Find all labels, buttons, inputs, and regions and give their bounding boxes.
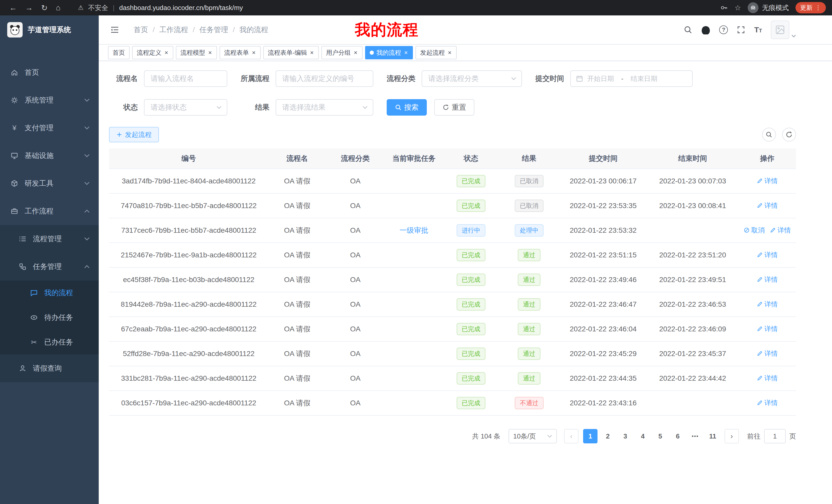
detail-link[interactable]: 详情 [757,374,778,383]
detail-link[interactable]: 详情 [757,275,778,284]
tab[interactable]: 我的流程 × [365,46,413,59]
tab-close-icon[interactable]: × [447,49,452,56]
sidebar-toggle-icon[interactable] [107,22,122,37]
row-category: OA [326,325,385,333]
tab-close-icon[interactable]: × [353,49,358,56]
eye-icon [30,313,38,321]
row-category: OA [326,374,385,383]
row-id: 331bc281-7b9a-11ec-a290-acde48001122 [109,374,268,383]
detail-link[interactable]: 详情 [757,349,778,358]
browser-back-icon[interactable]: ← [9,3,17,12]
address-bar[interactable]: ⚠ 不安全 | dashboard.yudao.iocoder.cn/bpm/t… [78,3,720,12]
status-select[interactable]: 请选择状态 [144,99,227,116]
tab[interactable]: 首页 [108,46,130,59]
chevron-down-icon [84,237,89,241]
row-actions: 详情 [738,275,796,285]
page-number-button[interactable]: 1 [583,429,598,443]
help-icon[interactable]: ? [719,25,728,34]
page-number-button[interactable]: 5 [653,429,668,443]
goto-page-input[interactable] [764,429,786,443]
font-size-icon[interactable]: TT [754,25,762,34]
sidebar-item-home[interactable]: 首页 [0,59,99,86]
sidebar-item-workflow[interactable]: 工作流程 [0,197,99,225]
page-number-button[interactable]: 2 [601,429,615,443]
category-select[interactable]: 请选择流程分类 [422,71,522,87]
tab-close-icon[interactable]: × [404,49,408,56]
sidebar-item-infrastructure[interactable]: 基础设施 [0,142,99,170]
chevron-down-icon[interactable] [791,34,796,39]
toggle-search-icon[interactable] [762,128,776,142]
sidebar-item-leave-query[interactable]: 请假查询 [0,355,99,382]
tab[interactable]: 流程表单 × [219,46,261,59]
page-number-button[interactable]: ••• [688,429,702,443]
update-button[interactable]: 更新 ⋮ [796,2,826,13]
edit-icon [757,276,763,283]
search-button[interactable]: 搜索 [387,99,427,116]
tab[interactable]: 发起流程 × [415,46,457,59]
incognito-label: 无痕模式 [762,3,789,12]
row-submit-time: 2022-01-22 23:46:04 [560,325,647,333]
sidebar-item-my-process[interactable]: 我的流程 [0,281,99,305]
tab[interactable]: 用户分组 × [321,46,363,59]
sidebar-item-process-management[interactable]: 流程管理 [0,225,99,253]
prev-page-button[interactable]: ‹ [564,429,578,443]
fullscreen-icon[interactable] [737,25,745,34]
bookmark-star-icon[interactable]: ☆ [734,4,741,12]
tab[interactable]: 流程定义 × [132,46,173,59]
detail-link[interactable]: 详情 [757,325,778,333]
breadcrumb-workflow[interactable]: 工作流程 [159,25,188,35]
tab-label: 用户分组 [326,49,351,57]
breadcrumb-home[interactable]: 首页 [134,25,148,35]
avatar[interactable] [771,21,789,39]
logo-image [7,22,23,37]
page-number-button[interactable]: 4 [635,429,650,443]
user-icon [19,364,27,372]
tab-close-icon[interactable]: × [164,49,169,56]
cancel-link[interactable]: 取消 [744,226,765,235]
create-process-button[interactable]: 发起流程 [109,127,159,142]
tab[interactable]: 流程模型 × [176,46,217,59]
detail-link[interactable]: 详情 [757,398,778,408]
row-submit-time: 2022-01-22 23:51:15 [560,251,647,259]
row-end-time: 2022-01-22 23:44:42 [647,374,738,383]
current-task-link[interactable]: 一级审批 [399,226,428,234]
browser-reload-icon[interactable]: ↻ [41,3,48,12]
sidebar-item-todo-tasks[interactable]: 待办任务 [0,305,99,330]
detail-link[interactable]: 详情 [757,176,778,186]
sidebar-item-payment[interactable]: ¥ 支付管理 [0,114,99,142]
page-number-button[interactable]: 3 [618,429,632,443]
refresh-table-icon[interactable] [782,128,796,142]
detail-link[interactable]: 详情 [757,300,778,309]
tab-close-icon[interactable]: × [208,49,212,56]
next-page-button[interactable]: › [725,429,739,443]
detail-link[interactable]: 详情 [770,226,791,235]
breadcrumb-task-management[interactable]: 任务管理 [200,25,228,35]
detail-link[interactable]: 详情 [757,201,778,210]
browser-home-icon[interactable]: ⌂ [56,3,60,12]
key-icon[interactable] [720,4,728,11]
detail-link[interactable]: 详情 [757,250,778,259]
parent-process-input[interactable] [276,71,373,87]
page-number-button[interactable]: 11 [705,429,720,443]
reset-button[interactable]: 重置 [434,99,474,116]
submit-time-range-input[interactable]: 开始日期 - 结束日期 [570,71,693,87]
result-select[interactable]: 请选择流结果 [276,99,373,116]
sidebar-item-dev-tools[interactable]: 研发工具 [0,170,99,197]
sidebar-item-done-tasks[interactable]: ✂ 已办任务 [0,330,99,355]
sidebar-item-task-management[interactable]: 任务管理 [0,253,99,281]
browser-forward-icon[interactable]: → [25,3,33,12]
process-name-input[interactable] [144,71,227,87]
github-icon[interactable] [701,25,710,34]
tab-close-icon[interactable]: × [310,49,314,56]
menu-dots-icon[interactable]: ⋮ [815,4,821,11]
page-size-select[interactable]: 10条/页 [509,429,557,443]
app-logo[interactable]: 芋道管理系统 [0,16,99,44]
user-menu[interactable] [771,21,796,39]
sidebar-item-system[interactable]: 系统管理 [0,86,99,114]
edit-icon [757,400,763,406]
tab-close-icon[interactable]: × [252,49,256,56]
tab[interactable]: 流程表单-编辑 × [263,46,319,59]
nodes-icon [19,262,27,271]
page-number-button[interactable]: 6 [671,429,685,443]
search-icon[interactable] [684,25,693,34]
